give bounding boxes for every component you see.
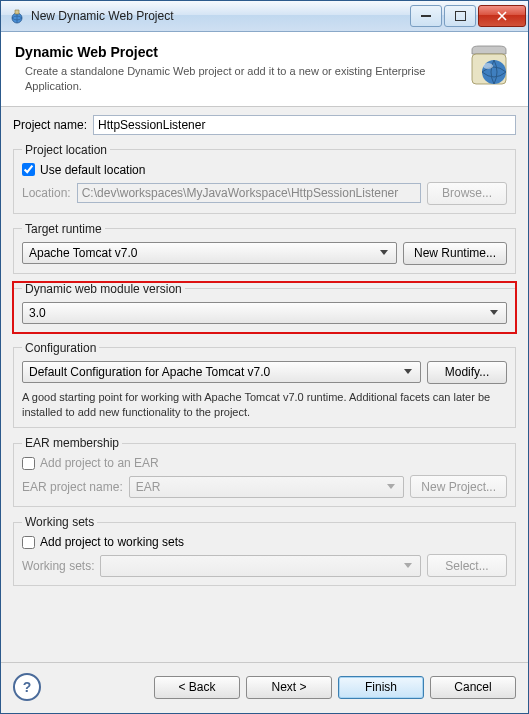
working-sets-legend: Working sets	[22, 515, 97, 529]
configuration-group: Configuration Default Configuration for …	[13, 341, 516, 429]
titlebar: New Dynamic Web Project	[1, 1, 528, 32]
add-to-ear-checkbox[interactable]	[22, 457, 35, 470]
app-icon	[9, 8, 25, 24]
finish-button[interactable]: Finish	[338, 676, 424, 699]
add-to-working-sets-checkbox[interactable]	[22, 536, 35, 549]
target-runtime-legend: Target runtime	[22, 222, 105, 236]
project-location-legend: Project location	[22, 143, 110, 157]
use-default-location-checkbox[interactable]	[22, 163, 35, 176]
page-description: Create a standalone Dynamic Web project …	[15, 64, 458, 94]
target-runtime-value: Apache Tomcat v7.0	[29, 246, 138, 260]
chevron-down-icon	[376, 250, 392, 256]
dialog-window: New Dynamic Web Project Dynamic Web Proj…	[0, 0, 529, 714]
web-module-version-legend: Dynamic web module version	[22, 282, 185, 296]
modify-button[interactable]: Modify...	[427, 361, 507, 384]
project-name-label: Project name:	[13, 118, 87, 132]
project-name-row: Project name:	[13, 115, 516, 135]
window-controls	[408, 5, 526, 27]
browse-button: Browse...	[427, 182, 507, 205]
wizard-banner-icon	[466, 44, 514, 92]
next-button[interactable]: Next >	[246, 676, 332, 699]
ear-membership-group: EAR membership Add project to an EAR EAR…	[13, 436, 516, 507]
wizard-footer: ? < Back Next > Finish Cancel	[1, 662, 528, 713]
location-input	[77, 183, 421, 203]
help-icon[interactable]: ?	[13, 673, 41, 701]
chevron-down-icon	[400, 563, 416, 569]
web-module-version-value: 3.0	[29, 306, 46, 320]
add-to-working-sets-label: Add project to working sets	[40, 535, 184, 549]
project-location-group: Project location Use default location Lo…	[13, 143, 516, 214]
ear-project-name-value: EAR	[136, 480, 161, 494]
wizard-header: Dynamic Web Project Create a standalone …	[1, 32, 528, 107]
page-title: Dynamic Web Project	[15, 44, 458, 60]
chevron-down-icon	[486, 310, 502, 316]
configuration-description: A good starting point for working with A…	[22, 390, 507, 420]
use-default-location-label: Use default location	[40, 163, 145, 177]
new-project-button: New Project...	[410, 475, 507, 498]
chevron-down-icon	[383, 484, 399, 490]
working-sets-group: Working sets Add project to working sets…	[13, 515, 516, 586]
cancel-button[interactable]: Cancel	[430, 676, 516, 699]
project-name-input[interactable]	[93, 115, 516, 135]
configuration-legend: Configuration	[22, 341, 99, 355]
back-button[interactable]: < Back	[154, 676, 240, 699]
ear-project-name-label: EAR project name:	[22, 480, 123, 494]
configuration-value: Default Configuration for Apache Tomcat …	[29, 365, 270, 379]
wizard-body: Project name: Project location Use defau…	[1, 107, 528, 662]
minimize-button[interactable]	[410, 5, 442, 27]
chevron-down-icon	[400, 369, 416, 375]
ear-project-name-combo: EAR	[129, 476, 405, 498]
configuration-combo[interactable]: Default Configuration for Apache Tomcat …	[22, 361, 421, 383]
ear-membership-legend: EAR membership	[22, 436, 122, 450]
working-sets-combo	[100, 555, 421, 577]
location-label: Location:	[22, 186, 71, 200]
target-runtime-combo[interactable]: Apache Tomcat v7.0	[22, 242, 397, 264]
svg-point-3	[483, 63, 493, 69]
maximize-button[interactable]	[444, 5, 476, 27]
target-runtime-group: Target runtime Apache Tomcat v7.0 New Ru…	[13, 222, 516, 274]
close-button[interactable]	[478, 5, 526, 27]
window-title: New Dynamic Web Project	[31, 9, 408, 23]
web-module-version-group: Dynamic web module version 3.0	[13, 282, 516, 333]
web-module-version-combo[interactable]: 3.0	[22, 302, 507, 324]
new-runtime-button[interactable]: New Runtime...	[403, 242, 507, 265]
select-working-sets-button: Select...	[427, 554, 507, 577]
add-to-ear-label: Add project to an EAR	[40, 456, 159, 470]
working-sets-label: Working sets:	[22, 559, 94, 573]
